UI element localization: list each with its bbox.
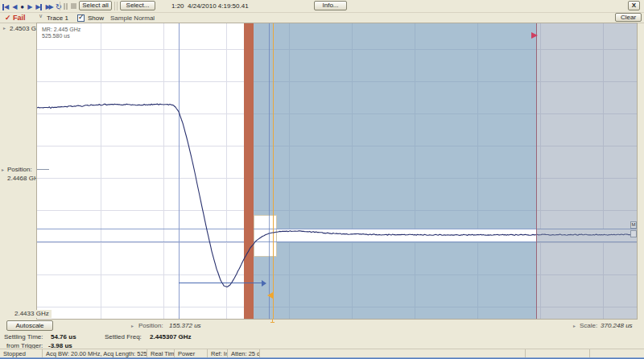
x-position-marker-icon[interactable]: ▸	[131, 323, 134, 328]
position-marker-foot	[270, 322, 275, 323]
x-scale-marker-icon[interactable]: ▸	[573, 323, 576, 328]
status-detector: Power	[175, 349, 208, 357]
analysis-end-line[interactable]	[536, 23, 537, 319]
close-button[interactable]: X	[628, 1, 640, 10]
x-scale-label: Scale:	[580, 322, 597, 329]
y-axis-position-label: Position:	[7, 166, 32, 173]
settling-plot[interactable]: MR: 2.445 GHz 525.580 us M	[36, 23, 638, 320]
toolbar-separator	[114, 2, 115, 10]
fail-check-icon: ✓	[5, 14, 11, 22]
marker-readout-time: 525.580 us	[42, 33, 80, 39]
play-icon[interactable]: ▶	[27, 3, 32, 10]
y-axis-position-marker-icon[interactable]: ▸	[2, 167, 4, 172]
settling-time-value: 54.76 us	[51, 333, 76, 340]
y-axis-top-marker-icon: ▸	[3, 25, 6, 31]
clear-button[interactable]: Clear	[615, 13, 642, 22]
edge-marker-tag[interactable]	[630, 230, 637, 237]
show-checkbox-label[interactable]: Show	[88, 14, 104, 22]
status-acquisition: Acq BW: 20.00 MHz, Acq Length: 525.720 u…	[43, 349, 147, 357]
autoscale-button[interactable]: Autoscale	[6, 320, 53, 331]
select-all-button[interactable]: Select all	[79, 1, 112, 10]
post-analysis-region	[536, 23, 637, 319]
settling-time-label: Settling Time:	[4, 333, 43, 340]
step-back-icon[interactable]: ◀	[12, 3, 17, 10]
toolbar-separator	[117, 2, 118, 10]
status-empty-cell	[526, 349, 590, 357]
fast-forward-icon[interactable]: ▶▶	[45, 3, 52, 10]
edge-marker-tag[interactable]: M	[630, 221, 637, 229]
acquisition-timestamp: 1:20 4/24/2010 4:19:50.41	[171, 2, 249, 10]
status-empty-cell	[590, 349, 644, 357]
status-empty-cell	[260, 349, 526, 357]
settled-freq-value: 2.445307 GHz	[150, 333, 192, 340]
marker-readout: MR: 2.445 GHz 525.580 us	[42, 27, 80, 39]
select-button[interactable]: Select...	[120, 1, 155, 10]
sample-mode-label: Sample Normal	[110, 14, 155, 22]
status-bar: Stopped Acq BW: 20.00 MHz, Acq Length: 5…	[0, 349, 644, 357]
checkbox-check-icon: ✓	[78, 13, 85, 21]
show-checkbox[interactable]: ✓	[77, 14, 85, 22]
toolbar-separator	[60, 2, 60, 10]
analysis-end-flag-icon[interactable]	[531, 32, 538, 39]
settled-freq-label: Settled Freq:	[105, 333, 142, 340]
analyzer-window: ◀ ◀ ● ▶ ▶ ▶▶ ↻ Select all Select... 1:20…	[0, 0, 644, 359]
skip-back-icon[interactable]: ◀	[2, 3, 9, 10]
status-mode: Real Time	[147, 349, 175, 357]
x-scale-value[interactable]: 370.248 us	[601, 322, 633, 329]
status-run-state: Stopped	[0, 349, 43, 357]
marker-readout-freq: MR: 2.445 GHz	[42, 27, 80, 33]
x-position-label: Position:	[138, 322, 163, 329]
x-position-value[interactable]: 155.372 us	[169, 322, 201, 329]
record-icon[interactable]: ●	[20, 3, 24, 10]
skip-forward-icon[interactable]: ▶	[35, 3, 42, 10]
y-axis-bottom-label: 2.4433 GHz	[6, 310, 52, 318]
status-reference: Ref: Int	[208, 349, 228, 357]
replay-icon[interactable]: ↻	[56, 2, 62, 11]
status-attenuation: Atten: 25 dB	[228, 349, 260, 357]
pause-icon	[64, 3, 68, 10]
toolbar: ◀ ◀ ● ▶ ▶ ▶▶ ↻ Select all Select... 1:20…	[0, 0, 644, 13]
stop-icon	[71, 3, 76, 9]
fail-status-label: Fail	[13, 14, 26, 22]
chevron-down-icon[interactable]: ∨	[39, 13, 43, 19]
info-button[interactable]: Info...	[314, 1, 347, 10]
trace-selector[interactable]: Trace 1	[47, 14, 68, 22]
